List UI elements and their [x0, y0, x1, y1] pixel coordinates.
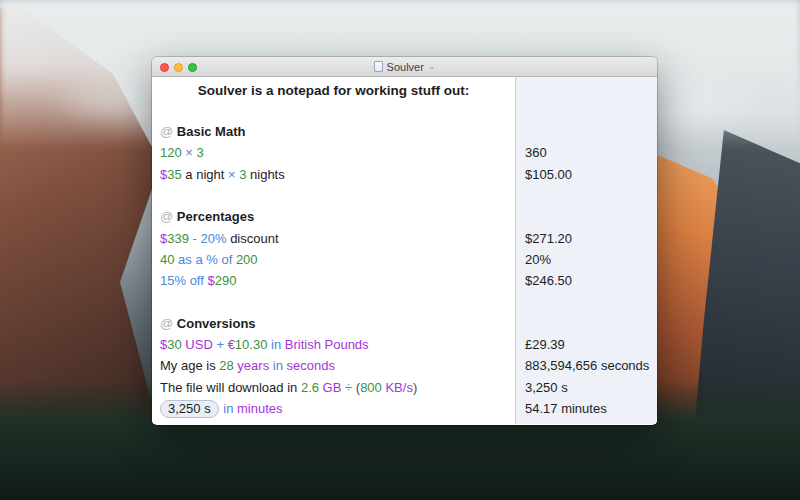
expression-token: 120	[160, 145, 182, 160]
expression-token: 2.6	[301, 380, 319, 395]
expression-token: a night	[182, 167, 228, 182]
expression-cell[interactable]: 120 × 3	[152, 145, 515, 160]
heading-prefix: @	[160, 209, 177, 224]
expression-token: 339	[167, 231, 189, 246]
expression-row: 120 × 3360	[152, 142, 657, 163]
expression-cell[interactable]: $30 USD + €10.30 in British Pounds	[152, 337, 515, 352]
expression-cell[interactable]: The file will download in 2.6 GB ÷ (800 …	[152, 380, 515, 395]
minimize-button[interactable]	[174, 63, 183, 72]
expression-token: )	[413, 380, 417, 395]
expression-token: 28	[219, 358, 233, 373]
expression-token: nights	[246, 167, 284, 182]
answer-cell: 883,594,656 seconds	[515, 358, 657, 373]
section-heading: Percentages	[177, 209, 254, 224]
expression-cell[interactable]: My age is 28 years in seconds	[152, 358, 515, 373]
title-bar[interactable]: Soulver ⌄	[152, 57, 657, 77]
expression-cell[interactable]: 3,250 s in minutes	[152, 401, 515, 416]
soulver-window: Soulver ⌄ Soulver is a notepad for worki…	[152, 57, 657, 425]
document-header[interactable]: Soulver is a notepad for working stuff o…	[152, 77, 515, 121]
expression-cell[interactable]: @ Percentages	[152, 209, 515, 224]
expression-row: $30 USD + €10.30 in British Pounds£29.39	[152, 334, 657, 355]
value-token: 3,250 s	[160, 400, 219, 418]
blank-row	[152, 291, 657, 312]
heading-prefix: @	[160, 124, 177, 139]
expression-token: 10.30	[235, 337, 268, 352]
expression-token: discount	[227, 231, 279, 246]
expression-token: 200	[236, 252, 258, 267]
expression-token: ×	[228, 167, 236, 182]
window-title-proxy[interactable]: Soulver ⌄	[374, 61, 436, 73]
section-heading: Conversions	[177, 316, 256, 331]
expression-row: The file will download in 2.6 GB ÷ (800 …	[152, 377, 657, 398]
expression-token: ×	[182, 145, 197, 160]
expression-token: in	[273, 358, 283, 373]
expression-row: 15% off $290$246.50	[152, 270, 657, 291]
answer-cell: $271.20	[515, 231, 657, 246]
lines: @ Basic Math120 × 3360$35 a night × 3 ni…	[152, 121, 657, 419]
expression-row: $339 - 20% discount$271.20	[152, 227, 657, 248]
expression-cell[interactable]: @ Basic Math	[152, 124, 515, 139]
expression-token: €	[228, 337, 235, 352]
expression-token: 30	[167, 337, 181, 352]
expression-token: GB	[323, 380, 342, 395]
expression-cell[interactable]: 40 as a % of 200	[152, 252, 515, 267]
section-heading: Basic Math	[177, 124, 246, 139]
expression-token: 15% off	[160, 273, 207, 288]
chevron-down-icon: ⌄	[428, 62, 436, 71]
expression-row: $35 a night × 3 nights$105.00	[152, 164, 657, 185]
window-title: Soulver	[387, 61, 424, 73]
expression-token: minutes	[237, 401, 283, 416]
expression-token: 290	[215, 273, 237, 288]
expression-cell[interactable]: 15% off $290	[152, 273, 515, 288]
expression-token: seconds	[287, 358, 335, 373]
answer-cell: 360	[515, 145, 657, 160]
expression-token: 40	[160, 252, 174, 267]
expression-token: The file will download in	[160, 380, 301, 395]
expression-token: $	[207, 273, 214, 288]
expression-row: 3,250 s in minutes54.17 minutes	[152, 398, 657, 419]
answer-cell: $105.00	[515, 167, 657, 182]
answer-cell: 20%	[515, 252, 657, 267]
section-heading-row: @ Basic Math	[152, 121, 657, 142]
expression-token: British Pounds	[285, 337, 369, 352]
expression-token: 800	[360, 380, 382, 395]
answer-cell: 54.17 minutes	[515, 401, 657, 416]
section-heading-row: @ Conversions	[152, 313, 657, 334]
expression-token: in	[271, 337, 281, 352]
expression-row: 40 as a % of 20020%	[152, 249, 657, 270]
expression-token: My age is	[160, 358, 219, 373]
expression-token: KB/s	[385, 380, 412, 395]
close-button[interactable]	[160, 63, 169, 72]
desktop-wallpaper: Soulver ⌄ Soulver is a notepad for worki…	[0, 0, 800, 500]
section-heading-row: @ Percentages	[152, 206, 657, 227]
document-icon	[374, 61, 383, 72]
expression-token: as a % of	[174, 252, 235, 267]
expression-token: +	[216, 337, 224, 352]
blank-row	[152, 185, 657, 206]
answer-cell: £29.39	[515, 337, 657, 352]
expression-cell[interactable]: $35 a night × 3 nights	[152, 167, 515, 182]
expression-token: - 20%	[193, 231, 227, 246]
expression-token: (	[352, 380, 360, 395]
expression-token: USD	[185, 337, 212, 352]
expression-cell[interactable]: $339 - 20% discount	[152, 231, 515, 246]
expression-row: My age is 28 years in seconds883,594,656…	[152, 355, 657, 376]
heading-prefix: @	[160, 316, 177, 331]
answer-cell: $246.50	[515, 273, 657, 288]
soulver-sheet: Soulver is a notepad for working stuff o…	[152, 77, 657, 424]
expression-token: 3	[197, 145, 204, 160]
answer-cell: 3,250 s	[515, 380, 657, 395]
expression-token: years	[237, 358, 269, 373]
expression-token: 35	[167, 167, 181, 182]
expression-cell[interactable]: @ Conversions	[152, 316, 515, 331]
zoom-button[interactable]	[188, 63, 197, 72]
window-controls	[160, 57, 197, 77]
expression-token: in	[223, 401, 233, 416]
